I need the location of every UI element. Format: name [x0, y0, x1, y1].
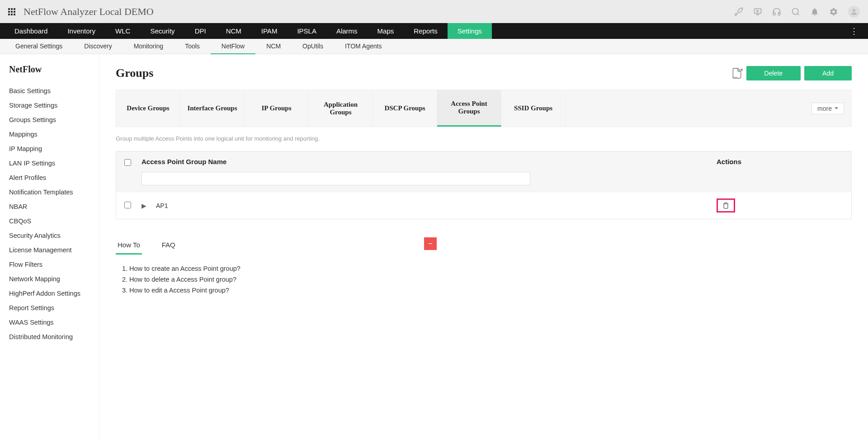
row-name: AP1	[156, 202, 708, 209]
export-csv-icon[interactable]: csv	[731, 67, 743, 80]
sidebar-item-highperf-addon-settings[interactable]: HighPerf Addon Settings	[9, 286, 90, 301]
svg-point-6	[853, 9, 855, 12]
help-item[interactable]: How to delete a Access Point group?	[129, 274, 433, 285]
trash-icon	[722, 202, 729, 209]
bell-icon[interactable]	[810, 7, 819, 16]
column-actions-header: Actions	[717, 158, 843, 165]
rocket-icon[interactable]	[734, 7, 743, 16]
sidebar-item-storage-settings[interactable]: Storage Settings	[9, 98, 90, 113]
sidebar-item-cbqos[interactable]: CBQoS	[9, 214, 90, 228]
svg-marker-1	[757, 10, 758, 11]
sidebar-item-mappings[interactable]: Mappings	[9, 127, 90, 142]
expand-row-icon[interactable]: ▶	[142, 202, 148, 209]
sidebar: NetFlow Basic Settings Storage Settings …	[0, 54, 99, 439]
more-label: more	[817, 105, 832, 112]
subnav-general-settings[interactable]: General Settings	[5, 39, 73, 54]
nav-maps[interactable]: Maps	[368, 23, 404, 39]
nav-inventory[interactable]: Inventory	[57, 23, 105, 39]
table-header: Access Point Group Name Actions	[116, 151, 851, 192]
csv-label: csv	[733, 76, 737, 79]
sidebar-item-alert-profiles[interactable]: Alert Profiles	[9, 170, 90, 185]
search-icon[interactable]	[791, 7, 800, 16]
nav-alarms[interactable]: Alarms	[326, 23, 368, 39]
sidebar-item-report-settings[interactable]: Report Settings	[9, 301, 90, 315]
subnav-discovery[interactable]: Discovery	[73, 39, 123, 54]
nav-ipam[interactable]: IPAM	[251, 23, 288, 39]
page-header: Groups csv Delete Add	[116, 66, 852, 80]
help-section: − How To FAQ How to create an Access Poi…	[116, 237, 437, 299]
column-name-header: Access Point Group Name	[142, 158, 708, 165]
description-text: Group multiple Access Points into one lo…	[116, 135, 852, 142]
sidebar-title: NetFlow	[9, 64, 90, 75]
group-tabs: Device Groups Interface Groups IP Groups…	[116, 90, 852, 127]
sub-nav: General Settings Discovery Monitoring To…	[0, 39, 868, 54]
sidebar-item-notification-templates[interactable]: Notification Templates	[9, 185, 90, 199]
help-item[interactable]: How to edit a Access Point group?	[129, 285, 433, 296]
kebab-icon[interactable]: ⋮	[844, 26, 863, 36]
app-title: NetFlow Analyzer Local DEMO	[24, 6, 154, 18]
delete-row-button[interactable]	[717, 198, 735, 212]
tab-ip-groups[interactable]: IP Groups	[245, 90, 309, 127]
more-wrap: more	[804, 90, 851, 127]
subnav-itom-agents[interactable]: ITOM Agents	[334, 39, 392, 54]
main-content: Groups csv Delete Add Device Groups Inte…	[99, 54, 868, 439]
sidebar-item-basic-settings[interactable]: Basic Settings	[9, 84, 90, 98]
help-list: How to create an Access Point group? How…	[116, 255, 437, 299]
collapse-help-button[interactable]: −	[424, 237, 437, 250]
tab-access-point-groups[interactable]: Access Point Groups	[437, 90, 501, 127]
nav-settings[interactable]: Settings	[448, 23, 492, 39]
top-header: NetFlow Analyzer Local DEMO	[0, 0, 868, 23]
sidebar-item-groups-settings[interactable]: Groups Settings	[9, 113, 90, 127]
sidebar-item-distributed-monitoring[interactable]: Distributed Monitoring	[9, 330, 90, 344]
headset-icon[interactable]	[772, 7, 781, 16]
select-all-checkbox[interactable]	[124, 159, 131, 166]
sidebar-item-network-mapping[interactable]: Network Mapping	[9, 272, 90, 286]
nav-wlc[interactable]: WLC	[105, 23, 140, 39]
nav-dpi[interactable]: DPI	[185, 23, 216, 39]
user-avatar-icon[interactable]	[848, 6, 860, 18]
nav-ncm[interactable]: NCM	[216, 23, 251, 39]
sidebar-item-security-analytics[interactable]: Security Analytics	[9, 228, 90, 243]
apps-grid-icon[interactable]	[8, 8, 15, 15]
top-icons	[734, 6, 860, 18]
data-table: Access Point Group Name Actions ▶ AP1	[116, 151, 852, 219]
tab-interface-groups[interactable]: Interface Groups	[180, 90, 245, 127]
sidebar-item-waas-settings[interactable]: WAAS Settings	[9, 315, 90, 330]
subnav-ncm[interactable]: NCM	[255, 39, 292, 54]
sidebar-item-ip-mapping[interactable]: IP Mapping	[9, 142, 90, 156]
tab-dscp-groups[interactable]: DSCP Groups	[373, 90, 437, 127]
tab-application-groups[interactable]: Application Groups	[309, 90, 373, 127]
subnav-monitoring[interactable]: Monitoring	[123, 39, 174, 54]
main-nav: Dashboard Inventory WLC Security DPI NCM…	[0, 23, 868, 39]
page-title: Groups	[116, 66, 153, 80]
add-button[interactable]: Add	[804, 66, 852, 80]
sidebar-item-license-management[interactable]: License Management	[9, 243, 90, 257]
help-item[interactable]: How to create an Access Point group?	[129, 263, 433, 274]
filter-input[interactable]	[142, 172, 530, 185]
sidebar-item-lan-ip-settings[interactable]: LAN IP Settings	[9, 156, 90, 170]
nav-security[interactable]: Security	[140, 23, 184, 39]
presentation-icon[interactable]	[753, 7, 762, 16]
nav-ipsla[interactable]: IPSLA	[287, 23, 326, 39]
nav-reports[interactable]: Reports	[404, 23, 448, 39]
delete-button[interactable]: Delete	[746, 66, 801, 80]
chevron-down-icon	[835, 107, 838, 109]
more-button[interactable]: more	[811, 103, 844, 114]
tab-device-groups[interactable]: Device Groups	[116, 90, 180, 127]
gear-icon[interactable]	[829, 7, 838, 16]
table-row: ▶ AP1	[116, 192, 851, 219]
subnav-netflow[interactable]: NetFlow	[211, 39, 255, 54]
row-checkbox[interactable]	[124, 202, 131, 208]
sidebar-item-nbar[interactable]: NBAR	[9, 199, 90, 214]
svg-point-4	[793, 8, 798, 14]
page-actions: csv Delete Add	[731, 66, 852, 80]
help-tab-faq[interactable]: FAQ	[160, 237, 177, 255]
svg-line-5	[797, 13, 799, 15]
nav-dashboard[interactable]: Dashboard	[5, 23, 57, 39]
subnav-tools[interactable]: Tools	[174, 39, 211, 54]
tab-ssid-groups[interactable]: SSID Groups	[501, 90, 566, 127]
help-tab-how-to[interactable]: How To	[116, 237, 142, 255]
subnav-oputils[interactable]: OpUtils	[292, 39, 334, 54]
sidebar-item-flow-filters[interactable]: Flow Filters	[9, 257, 90, 272]
help-tabs: How To FAQ	[116, 237, 437, 255]
